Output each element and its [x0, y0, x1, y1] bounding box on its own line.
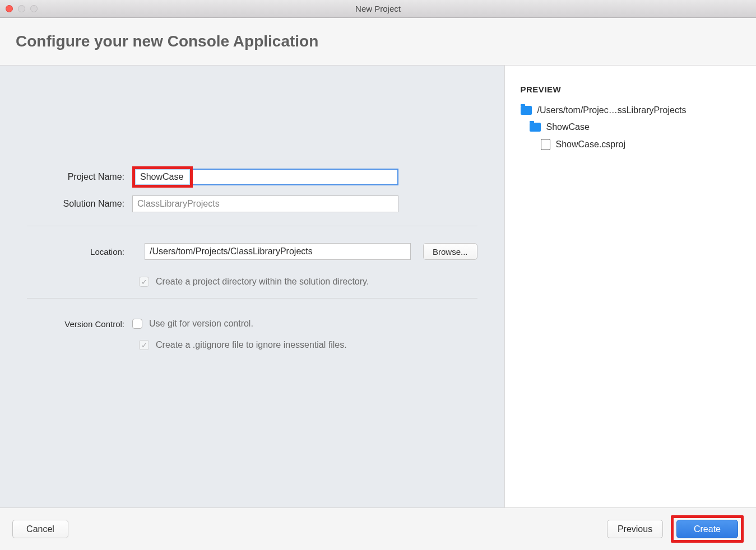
- preview-title: PREVIEW: [521, 85, 740, 94]
- solution-name-label: Solution Name:: [27, 199, 132, 209]
- folder-icon: [521, 106, 532, 115]
- preview-file: ShowCase.csproj: [521, 136, 740, 153]
- previous-button[interactable]: Previous: [607, 520, 663, 538]
- page-heading: Configure your new Console Application: [16, 32, 740, 50]
- page-header: Configure your new Console Application: [0, 18, 756, 66]
- project-name-row: Project Name:: [27, 166, 477, 188]
- preview-panel: PREVIEW /Users/tom/Projec…ssLibraryProje…: [504, 66, 756, 507]
- solution-name-row: Solution Name:: [27, 195, 477, 212]
- location-input[interactable]: [145, 243, 411, 260]
- use-git-label: Use git for version control.: [149, 319, 253, 329]
- window-title: New Project: [0, 4, 756, 13]
- zoom-window-button[interactable]: [30, 5, 38, 12]
- folder-icon: [530, 123, 541, 132]
- preview-file-label: ShowCase.csproj: [556, 139, 626, 150]
- cancel-button[interactable]: Cancel: [12, 520, 68, 538]
- project-name-label: Project Name:: [27, 172, 132, 182]
- minimize-window-button[interactable]: [18, 5, 25, 12]
- location-label: Location:: [27, 247, 132, 257]
- create-dir-checkbox: [139, 277, 149, 287]
- project-name-highlight: [132, 166, 193, 188]
- use-git-checkbox[interactable]: [132, 319, 142, 329]
- file-icon: [541, 139, 550, 150]
- content-area: Project Name: Solution Name: Location:: [0, 66, 756, 507]
- create-highlight: Create: [671, 515, 744, 543]
- gitignore-label: Create a .gitignore file to ignore iness…: [156, 340, 347, 350]
- project-name-input[interactable]: [190, 169, 398, 185]
- browse-button[interactable]: Browse...: [423, 243, 477, 260]
- version-control-label: Version Control:: [27, 319, 132, 329]
- close-window-button[interactable]: [6, 5, 13, 12]
- project-name-field-wrap: [132, 166, 398, 188]
- gitignore-row: Create a .gitignore file to ignore iness…: [27, 340, 477, 350]
- form-panel: Project Name: Solution Name: Location:: [0, 66, 504, 507]
- create-button[interactable]: Create: [676, 520, 738, 538]
- gitignore-checkbox: [139, 340, 149, 350]
- window-controls: [6, 5, 38, 12]
- preview-folder: ShowCase: [521, 119, 740, 136]
- create-dir-row: Create a project directory within the so…: [27, 277, 477, 287]
- preview-root-label: /Users/tom/Projec…ssLibraryProjects: [537, 105, 687, 115]
- preview-root: /Users/tom/Projec…ssLibraryProjects: [521, 102, 740, 119]
- solution-name-input[interactable]: [132, 195, 398, 212]
- create-dir-label: Create a project directory within the so…: [156, 277, 369, 287]
- location-row: Location: Browse...: [27, 243, 477, 260]
- preview-folder-label: ShowCase: [546, 122, 590, 132]
- footer: Cancel Previous Create: [0, 507, 756, 550]
- titlebar: New Project: [0, 0, 756, 18]
- divider-1: [27, 226, 477, 226]
- divider-2: [27, 298, 477, 299]
- project-name-input-start[interactable]: [136, 170, 189, 184]
- version-control-row: Version Control: Use git for version con…: [27, 319, 477, 329]
